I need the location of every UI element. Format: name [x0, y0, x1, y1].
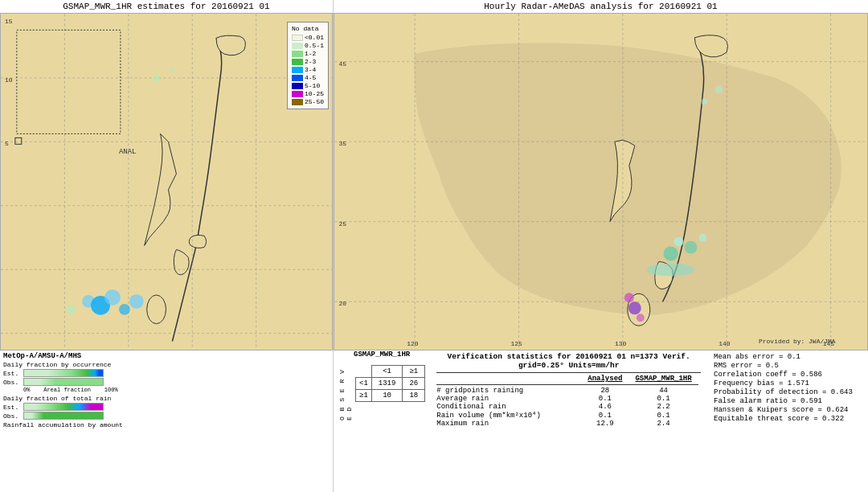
- row-val-3-analysed: 4.6: [581, 403, 628, 411]
- svg-point-51: [628, 301, 641, 314]
- svg-text:25: 25: [339, 220, 347, 228]
- row-label-3: Conditional rain: [436, 403, 581, 411]
- right-stats-column: Mean abs error = 0.1 RMS error = 0.5 Cor…: [707, 351, 868, 492]
- satellite-label: MetOp-A/AMSU-A/MHS: [3, 352, 330, 360]
- svg-text:130: 130: [615, 340, 627, 347]
- chart1-axis: 0% Areal fraction 100%: [23, 387, 330, 393]
- svg-point-46: [685, 241, 698, 254]
- row-label-4: Rain volume (mm*km²x10⁴): [436, 411, 581, 420]
- chart1-obs-row: Obs.: [3, 378, 330, 386]
- svg-text:20: 20: [339, 300, 347, 307]
- svg-text:35: 35: [339, 140, 347, 147]
- svg-point-18: [129, 294, 144, 309]
- row-label-2: Average rain: [436, 395, 581, 403]
- svg-point-16: [104, 289, 121, 305]
- bottom-right-stats: GSMAP_MWR_1HR O B S E R V E D: [334, 351, 868, 492]
- svg-text:45: 45: [339, 60, 347, 68]
- legend-item-2: 2-3: [292, 58, 324, 65]
- legend-item-10: 10-25: [292, 90, 324, 97]
- chart2-est-row: Est.: [3, 403, 330, 411]
- row-val-5-analysed: 12.9: [581, 420, 628, 428]
- legend-item-05: 0.5-1: [292, 42, 324, 49]
- confusion-table: <1 ≥1 <1 1319 26 ≥1 10 18: [355, 362, 425, 402]
- svg-point-20: [154, 75, 160, 81]
- svg-point-49: [647, 264, 695, 277]
- svg-point-53: [701, 98, 707, 105]
- legend-item-001: <0.01: [292, 34, 324, 41]
- row-val-4-analysed: 0.1: [581, 411, 628, 420]
- row-val-1-gsmap: 44: [628, 387, 698, 395]
- right-map-title: Hourly Radar-AMeDAS analysis for 2016092…: [334, 0, 868, 13]
- svg-point-48: [664, 247, 678, 261]
- left-panel: GSMAP_MWR_1HR estimates for 20160921 01: [0, 0, 334, 492]
- bottom-left-charts: MetOp-A/AMSU-A/MHS Daily fraction by occ…: [0, 351, 334, 430]
- svg-text:15: 15: [5, 18, 13, 25]
- svg-text:ANAL: ANAL: [119, 148, 136, 156]
- legend-box: No data <0.01 0.5-1 1-2 2-3: [287, 22, 329, 109]
- stat-mean-abs: Mean abs error = 0.1: [714, 353, 862, 361]
- left-map-svg: 15 10 5 ANAL: [1, 14, 332, 350]
- left-map-area: 15 10 5 ANAL No: [0, 13, 333, 351]
- stat-ets: Equitable threat score = 0.322: [714, 415, 862, 423]
- verification-stats: Verification statistics for 20160921 01 …: [430, 351, 707, 492]
- legend-item-4: 4-5: [292, 74, 324, 81]
- svg-point-54: [714, 86, 723, 94]
- chart1-est-row: Est.: [3, 369, 330, 377]
- legend-item-1: 1-2: [292, 50, 324, 57]
- row-val-1-analysed: 28: [581, 387, 628, 395]
- svg-point-21: [170, 68, 174, 72]
- stat-pod: Probability of detection = 0.643: [714, 388, 862, 396]
- chart1-title: Daily fraction by occurrence: [3, 361, 330, 368]
- stat-rms: RMS error = 0.5: [714, 362, 862, 370]
- svg-text:120: 120: [407, 340, 419, 347]
- row-val-4-gsmap: 0.1: [628, 411, 698, 420]
- chart2-obs-row: Obs.: [3, 412, 330, 420]
- confusion-title: GSMAP_MWR_1HR: [354, 351, 410, 359]
- legend-no-data: No data: [292, 25, 324, 32]
- svg-point-17: [119, 304, 130, 315]
- legend-item-25: 25-50: [292, 98, 324, 105]
- stat-corr: Correlation coeff = 0.586: [714, 371, 862, 379]
- svg-point-1: [147, 295, 166, 324]
- row-label-1: # gridpoints raining: [436, 387, 581, 395]
- chart2-title: Daily fraction of total rain: [3, 395, 330, 402]
- stats-table: Analysed GSMAP_MWR_1HR # gridpoints rain…: [436, 375, 698, 428]
- svg-text:140: 140: [719, 340, 731, 347]
- stat-far: False alarm ratio = 0.591: [714, 397, 862, 405]
- right-map-svg: 45 35 25 20 120 125 130 140 145: [334, 14, 867, 350]
- left-map-title: GSMAP_MWR_1HR estimates for 20160921 01: [0, 0, 333, 13]
- row-label-5: Maximum rain: [436, 420, 581, 428]
- svg-point-52: [637, 314, 645, 322]
- svg-text:10: 10: [5, 76, 13, 84]
- divider: [436, 372, 701, 373]
- svg-point-19: [66, 305, 76, 314]
- svg-text:Provided by: JWA/JMA: Provided by: JWA/JMA: [759, 338, 836, 345]
- row-val-2-analysed: 0.1: [581, 395, 628, 403]
- svg-point-47: [698, 234, 706, 242]
- right-panel: Hourly Radar-AMeDAS analysis for 2016092…: [334, 0, 868, 492]
- stat-freq-bias: Frequency bias = 1.571: [714, 379, 862, 387]
- obs-label-vertical: O B S E R V E D: [338, 360, 353, 420]
- row-val-5-gsmap: 2.4: [628, 420, 698, 428]
- right-map-area: 45 35 25 20 120 125 130 140 145: [334, 13, 868, 351]
- stats-title: Verification statistics for 20160921 01 …: [436, 352, 701, 370]
- confusion-section: GSMAP_MWR_1HR O B S E R V E D: [334, 351, 430, 492]
- main-container: GSMAP_MWR_1HR estimates for 20160921 01: [0, 0, 868, 492]
- chart3-title: Rainfall accumulation by amount: [3, 421, 330, 428]
- stat-hk: Hanssen & Kuipers score = 0.624: [714, 406, 862, 414]
- svg-text:125: 125: [511, 340, 523, 347]
- svg-text:5: 5: [5, 140, 9, 147]
- legend-item-5: 5-10: [292, 82, 324, 89]
- svg-point-50: [624, 293, 634, 302]
- row-val-2-gsmap: 0.1: [628, 395, 698, 403]
- row-val-3-gsmap: 2.2: [628, 403, 698, 411]
- legend-item-3: 3-4: [292, 66, 324, 73]
- svg-point-45: [674, 237, 684, 247]
